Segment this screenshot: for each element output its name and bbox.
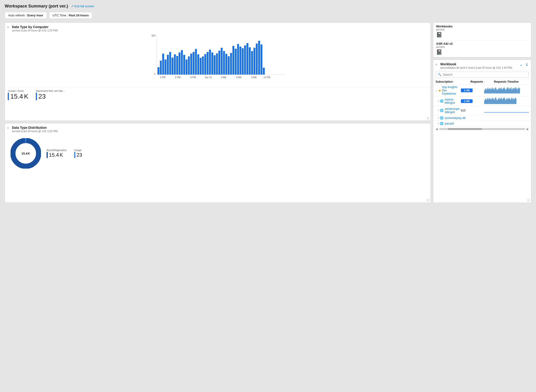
expand-icon-westeurope[interactable]: ›	[438, 109, 439, 112]
stat2-value-row: 23	[36, 93, 65, 100]
expand-icon-paruizfi[interactable]: ›	[438, 122, 439, 125]
svg-rect-38	[240, 47, 241, 75]
scroll-thumb[interactable]	[448, 128, 482, 130]
expand-icon-eastus[interactable]: ›	[438, 100, 439, 102]
workbooks-subtitle-2: aul-test	[436, 45, 528, 48]
chart-panel-header: ▿ Data Type by Computer aul-test (Last 2…	[5, 23, 430, 33]
svg-rect-44	[254, 48, 255, 75]
paruizfi-link[interactable]: paruizfi	[445, 122, 454, 125]
subscription-col-header[interactable]: Subscription ↕	[436, 80, 471, 83]
svg-rect-106	[518, 88, 518, 93]
download-button[interactable]: ⇓	[525, 62, 529, 67]
requests-col-header[interactable]: Requests ↕	[471, 80, 494, 83]
refresh-value: Every hour	[27, 14, 43, 17]
azmondeploy-link[interactable]: azmondeploy-db	[445, 116, 466, 120]
svg-rect-30	[221, 48, 223, 75]
svg-rect-15	[186, 60, 188, 75]
filter-icon: ▿	[7, 26, 9, 29]
azure-diag-bar	[46, 152, 48, 158]
svg-rect-13	[181, 50, 183, 75]
app-insights-link[interactable]: App Insights Dev Experience	[442, 85, 461, 95]
svg-rect-121	[493, 99, 493, 104]
svg-rect-79	[499, 88, 499, 93]
sparkline-svg-app-insights	[484, 87, 529, 93]
title-row: Workspace Summary (port ver.) ↗ Exit ful…	[5, 4, 531, 9]
svg-rect-78	[498, 89, 499, 93]
usage-label: Usage	[74, 149, 82, 151]
svg-rect-23	[204, 54, 206, 75]
westeurope-link[interactable]: westeurope-billingint	[445, 107, 461, 114]
svg-rect-135	[503, 99, 503, 104]
workbook-resize-handle[interactable]: ◲	[527, 198, 530, 202]
search-box[interactable]: 🔍	[436, 72, 529, 78]
svg-rect-100	[514, 89, 514, 93]
svg-rect-119	[491, 99, 492, 104]
horizontal-scrollbar[interactable]: ◀ ▶	[433, 126, 531, 132]
workbook-table-title: Workbook	[440, 62, 528, 66]
svg-rect-9	[171, 58, 173, 75]
svg-rect-93	[509, 89, 509, 93]
svg-rect-59	[485, 89, 485, 93]
dist-title: Data Type Distribution	[12, 126, 428, 130]
svg-rect-31	[223, 51, 225, 75]
search-input[interactable]	[443, 73, 527, 76]
svg-text:6 PM: 6 PM	[175, 76, 180, 79]
svg-text:3 PM: 3 PM	[160, 76, 165, 79]
expand-icon-azmondeploy[interactable]: ›	[438, 117, 439, 119]
svg-rect-138	[505, 98, 505, 104]
svg-rect-153	[515, 98, 516, 104]
dist-subtitle: aul-test (Last 24 hours @ 1/31 1:22 PM)	[12, 130, 428, 133]
svg-rect-66	[490, 88, 490, 93]
svg-rect-131	[500, 99, 500, 104]
svg-rect-152	[514, 98, 515, 104]
svg-rect-117	[490, 98, 490, 104]
svg-rect-143	[508, 98, 509, 104]
svg-rect-12	[179, 52, 180, 75]
chart-subtitle: aul-test (Last 24 hours @ 1/31 1:22 PM)	[12, 29, 428, 32]
resize-handle[interactable]: ◲	[426, 116, 429, 120]
dist-resize-handle[interactable]: ◲	[426, 198, 429, 202]
globe-icon-azmondeploy: 🌐	[440, 116, 444, 120]
eastus-link[interactable]: eastus-billingint	[445, 98, 461, 104]
time-range-button[interactable]: UTC Time : Past 24 hours	[49, 12, 92, 19]
svg-rect-141	[507, 98, 507, 104]
svg-rect-40	[244, 45, 246, 75]
dist-content: 15.4 K AzureDiagnostics 15.4 K Usage	[5, 134, 430, 173]
exit-fullscreen-button[interactable]: ↗ Exit full screen	[71, 5, 94, 8]
svg-rect-84	[503, 89, 503, 93]
row-name-westeurope: › 🌐 westeurope-billingint	[438, 107, 461, 114]
scroll-track[interactable]	[439, 128, 525, 130]
svg-rect-4	[160, 61, 162, 75]
svg-rect-144	[509, 98, 509, 104]
svg-rect-46	[258, 41, 260, 75]
svg-rect-73	[495, 88, 495, 93]
expand-icon-app-insights[interactable]: ⌄	[436, 89, 438, 92]
collapse-button[interactable]: ⌄	[519, 62, 523, 67]
scroll-right-arrow[interactable]: ▶	[527, 127, 529, 131]
svg-rect-61	[486, 90, 487, 93]
scroll-left-arrow[interactable]: ◀	[436, 127, 438, 131]
svg-rect-72	[494, 90, 494, 93]
table-row: ⌄ ◆ App Insights Dev Experience 2.3M	[433, 84, 531, 97]
svg-rect-129	[498, 98, 499, 104]
svg-rect-39	[242, 48, 244, 75]
dist-legend: AzureDiagnostics 15.4 K Usage 23	[46, 149, 82, 158]
svg-rect-81	[500, 88, 501, 93]
svg-rect-10	[174, 54, 176, 75]
workbooks-title-1: Workbooks	[436, 25, 528, 28]
stat-empty-sum: <empty> (Sum) 15.4 K	[8, 90, 28, 100]
auto-refresh-button[interactable]: Auto refresh : Every hour	[5, 12, 47, 19]
svg-rect-22	[202, 56, 204, 75]
requests-cell-eastus: 2.3M	[461, 99, 484, 103]
svg-rect-83	[502, 89, 502, 93]
usage-value: 23	[77, 152, 82, 158]
svg-rect-82	[501, 88, 502, 93]
svg-rect-47	[260, 45, 262, 75]
svg-rect-68	[491, 89, 492, 93]
svg-rect-104	[517, 88, 517, 93]
svg-text:9 PM: 9 PM	[190, 76, 196, 79]
svg-rect-3	[157, 67, 159, 75]
azure-diag-value: 15.4 K	[49, 152, 63, 158]
sparkline-svg-westeurope	[484, 107, 529, 113]
search-row: 🔍	[433, 70, 531, 79]
